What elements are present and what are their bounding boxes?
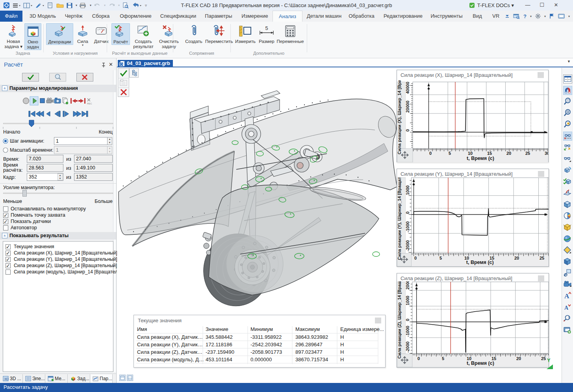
svg-text:5: 5 (449, 151, 451, 156)
svg-text:20000: 20000 (405, 100, 410, 113)
svg-text:30: 30 (545, 151, 548, 156)
svg-text:20: 20 (514, 256, 519, 260)
svg-text:25: 25 (540, 256, 544, 260)
svg-text:-1000: -1000 (405, 326, 410, 337)
svg-text:15: 15 (487, 151, 492, 156)
svg-text:Сила реакции (X), Шарнир_14 [В: Сила реакции (X), Шарнир_14 [Вра... (397, 80, 402, 154)
svg-text:10: 10 (468, 151, 473, 156)
svg-text:2000: 2000 (405, 281, 410, 290)
svg-text:t, Время (с): t, Время (с) (467, 156, 494, 161)
svg-text:1000: 1000 (405, 296, 410, 305)
svg-text:25: 25 (525, 151, 530, 156)
svg-text:5: 5 (439, 256, 442, 260)
svg-text:0: 0 (405, 129, 410, 132)
svg-text:REC: REC (87, 102, 92, 105)
svg-text:40000: 40000 (405, 82, 410, 94)
svg-text:20: 20 (506, 151, 511, 156)
svg-text:Сила реакции (Z), Шарнир_14 [В: Сила реакции (Z), Шарнир_14 [Вращ... (397, 281, 402, 359)
svg-text:t, Время (с): t, Время (с) (466, 260, 494, 265)
svg-text:0: 0 (405, 212, 410, 214)
svg-text:A: A (564, 305, 569, 311)
svg-text:3D: 3D (4, 377, 9, 381)
svg-text:-1000: -1000 (405, 221, 410, 232)
svg-text:0: 0 (414, 256, 417, 260)
svg-text:5: 5 (568, 316, 570, 320)
svg-text:0: 0 (417, 356, 420, 361)
svg-text:20: 20 (516, 356, 521, 361)
svg-text:Сила реакции (Y), Шарнир_14 [В: Сила реакции (Y), Шарнир_14 [Вращате... (397, 177, 402, 260)
svg-text:-2000: -2000 (405, 342, 410, 353)
svg-text:t, Время (с): t, Время (с) (467, 360, 494, 366)
svg-text:5: 5 (265, 25, 268, 31)
svg-text:25: 25 (541, 356, 546, 361)
svg-text:0: 0 (429, 151, 432, 156)
svg-text:0: 0 (405, 319, 410, 321)
svg-text:5: 5 (442, 356, 444, 361)
svg-text:-2000: -2000 (405, 240, 410, 251)
svg-text:1000: 1000 (405, 186, 410, 195)
